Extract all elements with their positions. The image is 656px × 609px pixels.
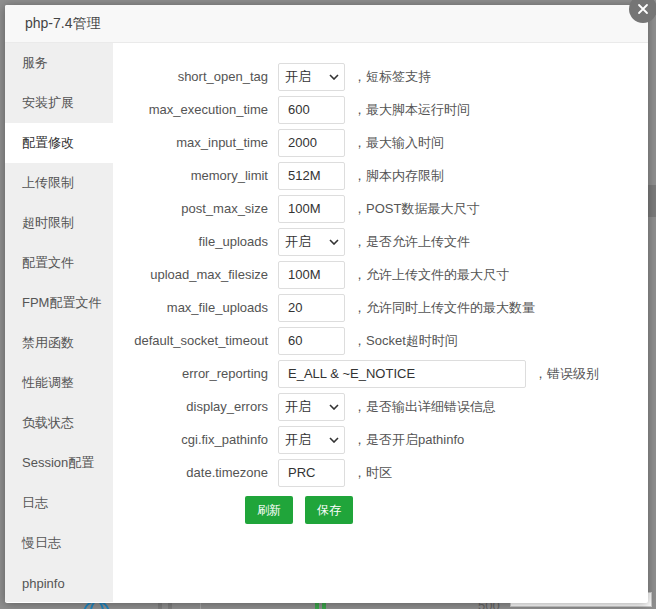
background-divider — [200, 603, 201, 609]
row-short-open-tag: short_open_tag 开启 ，短标签支持 — [113, 60, 648, 93]
background-chart-bar-green — [322, 603, 326, 609]
row-max-execution-time: max_execution_time ，最大脚本运行时间 — [113, 93, 648, 126]
background-chart-bar — [168, 603, 172, 609]
field-hint: ，错误级别 — [534, 365, 599, 383]
sidebar-item-config-file[interactable]: 配置文件 — [5, 243, 113, 283]
row-display-errors: display_errors 开启 ，是否输出详细错误信息 — [113, 390, 648, 423]
background-chart-bar — [158, 603, 162, 609]
form-actions: 刷新 保存 — [113, 496, 648, 524]
field-hint: ，POST数据最大尺寸 — [353, 200, 479, 218]
memory-limit-input[interactable] — [278, 162, 345, 190]
field-hint: ，Socket超时时间 — [353, 332, 458, 350]
config-form: short_open_tag 开启 ，短标签支持 max_execution_t… — [113, 43, 648, 602]
row-upload-max-filesize: upload_max_filesize ，允许上传文件的最大尺寸 — [113, 258, 648, 291]
row-default-socket-timeout: default_socket_timeout ，Socket超时时间 — [113, 324, 648, 357]
default-socket-timeout-input[interactable] — [278, 327, 345, 355]
max-execution-time-input[interactable] — [278, 96, 345, 124]
field-label: display_errors — [113, 399, 268, 414]
row-max-input-time: max_input_time ，最大输入时间 — [113, 126, 648, 159]
field-hint: ，最大输入时间 — [353, 134, 444, 152]
row-error-reporting: error_reporting ，错误级别 — [113, 357, 648, 390]
field-label: file_uploads — [113, 234, 268, 249]
max-input-time-input[interactable] — [278, 129, 345, 157]
sidebar-item-config-edit[interactable]: 配置修改 — [5, 123, 113, 163]
field-label: cgi.fix_pathinfo — [113, 432, 268, 447]
field-hint: ，允许同时上传文件的最大数量 — [353, 299, 535, 317]
upload-max-filesize-input[interactable] — [278, 261, 345, 289]
field-label: max_execution_time — [113, 102, 268, 117]
max-file-uploads-input[interactable] — [278, 294, 345, 322]
sidebar-item-session-config[interactable]: Session配置 — [5, 443, 113, 483]
error-reporting-input[interactable] — [278, 360, 526, 388]
sidebar-item-performance-tuning[interactable]: 性能调整 — [5, 363, 113, 403]
field-label: date.timezone — [113, 465, 268, 480]
field-hint: ，短标签支持 — [353, 68, 431, 86]
field-hint: ，是否允许上传文件 — [353, 233, 470, 251]
field-hint: ，允许上传文件的最大尺寸 — [353, 266, 509, 284]
short-open-tag-select[interactable]: 开启 — [278, 63, 345, 91]
field-label: max_file_uploads — [113, 300, 268, 315]
field-label: short_open_tag — [113, 69, 268, 84]
row-file-uploads: file_uploads 开启 ，是否允许上传文件 — [113, 225, 648, 258]
file-uploads-select[interactable]: 开启 — [278, 228, 345, 256]
sidebar-item-load-status[interactable]: 负载状态 — [5, 403, 113, 443]
sidebar-item-phpinfo[interactable]: phpinfo — [5, 563, 113, 602]
display-errors-select[interactable]: 开启 — [278, 393, 345, 421]
background-chart-bar-green — [315, 603, 319, 609]
sidebar-item-timeout-limit[interactable]: 超时限制 — [5, 203, 113, 243]
row-max-file-uploads: max_file_uploads ，允许同时上传文件的最大数量 — [113, 291, 648, 324]
sidebar-item-install-extensions[interactable]: 安装扩展 — [5, 83, 113, 123]
page-scrollbar-thumb[interactable] — [648, 185, 656, 217]
field-hint: ，脚本内存限制 — [353, 167, 444, 185]
close-icon — [637, 3, 649, 15]
field-hint: ，是否输出详细错误信息 — [353, 398, 496, 416]
field-label: memory_limit — [113, 168, 268, 183]
field-label: max_input_time — [113, 135, 268, 150]
field-hint: ，是否开启pathinfo — [353, 431, 464, 449]
php-manager-dialog: php-7.4管理 服务 安装扩展 配置修改 上传限制 超时限制 配置文件 FP… — [5, 5, 648, 603]
row-date-timezone: date.timezone ，时区 — [113, 456, 648, 489]
dialog-title: php-7.4管理 — [25, 15, 100, 33]
sidebar-item-service[interactable]: 服务 — [5, 43, 113, 83]
post-max-size-input[interactable] — [278, 195, 345, 223]
field-label: post_max_size — [113, 201, 268, 216]
row-memory-limit: memory_limit ，脚本内存限制 — [113, 159, 648, 192]
sidebar-item-upload-limit[interactable]: 上传限制 — [5, 163, 113, 203]
refresh-button[interactable]: 刷新 — [245, 496, 293, 524]
row-cgi-fix-pathinfo: cgi.fix_pathinfo 开启 ，是否开启pathinfo — [113, 423, 648, 456]
save-button[interactable]: 保存 — [305, 496, 353, 524]
field-hint: ，时区 — [353, 464, 392, 482]
cgi-fix-pathinfo-select[interactable]: 开启 — [278, 426, 345, 454]
sidebar-item-slow-log[interactable]: 慢日志 — [5, 523, 113, 563]
sidebar-item-disabled-functions[interactable]: 禁用函数 — [5, 323, 113, 363]
sidebar: 服务 安装扩展 配置修改 上传限制 超时限制 配置文件 FPM配置文件 禁用函数… — [5, 43, 113, 602]
close-button[interactable] — [629, 0, 656, 23]
field-label: default_socket_timeout — [113, 333, 268, 348]
row-post-max-size: post_max_size ，POST数据最大尺寸 — [113, 192, 648, 225]
field-label: upload_max_filesize — [113, 267, 268, 282]
field-hint: ，最大脚本运行时间 — [353, 101, 470, 119]
field-label: error_reporting — [113, 366, 268, 381]
dialog-titlebar: php-7.4管理 — [5, 5, 648, 43]
sidebar-item-fpm-config-file[interactable]: FPM配置文件 — [5, 283, 113, 323]
date-timezone-input[interactable] — [278, 459, 345, 487]
sidebar-item-log[interactable]: 日志 — [5, 483, 113, 523]
